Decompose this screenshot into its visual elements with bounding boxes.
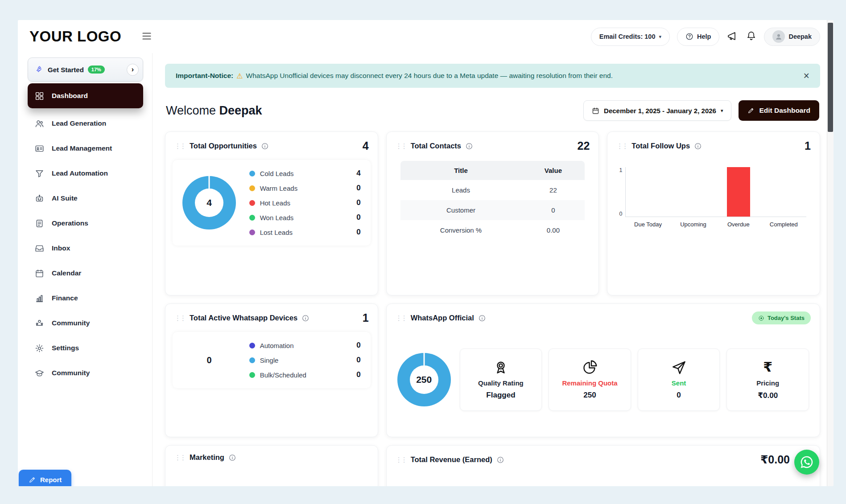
- info-icon[interactable]: [694, 143, 702, 150]
- legend-dot: [249, 185, 255, 191]
- sidebar-item-operations[interactable]: Operations: [28, 211, 143, 236]
- report-label: Report: [40, 476, 62, 484]
- menu-toggle-button[interactable]: [140, 30, 153, 43]
- pie-icon: [582, 359, 598, 375]
- sidebar-item-dashboard[interactable]: Dashboard: [28, 83, 143, 108]
- stat-value: 250: [583, 391, 596, 400]
- x-axis-labels: Due TodayUpcomingOverdueCompleted: [625, 217, 806, 228]
- notice-close-button[interactable]: ×: [804, 71, 809, 81]
- operations-icon: [35, 219, 44, 228]
- sidebar-item-label: Community: [52, 369, 90, 377]
- sidebar-item-label: Finance: [52, 294, 78, 302]
- medal-icon: [493, 359, 509, 375]
- report-button[interactable]: Report: [19, 470, 71, 486]
- table-row: Conversion %0.00: [400, 220, 585, 240]
- calendar-icon: [35, 269, 44, 278]
- legend-label: Won Leads: [260, 214, 294, 221]
- sidebar-item-lead-generation[interactable]: Lead Generation: [28, 111, 143, 136]
- date-range-picker[interactable]: December 1, 2025 - January 2, 2026 ▾: [583, 100, 731, 121]
- drag-handle-icon[interactable]: ⋮⋮: [396, 314, 406, 322]
- sidebar-item-community[interactable]: Community: [28, 311, 143, 336]
- sidebar-item-inbox[interactable]: Inbox: [28, 236, 143, 261]
- sidebar-item-community[interactable]: Community: [28, 361, 143, 385]
- email-credits-button[interactable]: Email Credits: 100 ▾: [591, 28, 670, 46]
- table-header-row: TitleValue: [400, 161, 585, 180]
- legend-value: 4: [356, 169, 360, 178]
- legend-value: 0: [356, 213, 360, 222]
- sidebar-get-started[interactable]: Get Started 17% ›: [28, 57, 143, 82]
- card-marketing: ⋮⋮ Marketing: [165, 445, 378, 486]
- main-content: Important-Notice: ⚠ WhatsApp Unofficial …: [153, 53, 834, 486]
- legend-label: Lost Leads: [260, 229, 293, 236]
- cap-icon: [35, 369, 44, 378]
- user-menu-button[interactable]: Deepak: [764, 28, 820, 46]
- chevron-down-icon: ▾: [659, 34, 661, 40]
- y-tick-label: 1: [619, 167, 622, 173]
- top-header: YOUR LOGO Email Credits: 100 ▾ Help Deep…: [18, 20, 834, 53]
- card-total-follow-ups: ⋮⋮ Total Follow Ups 1 10 Due TodayUpcomi…: [607, 131, 820, 295]
- announcements-button[interactable]: [726, 31, 738, 42]
- card-title: Marketing: [190, 453, 224, 462]
- bar: [727, 167, 750, 217]
- legend-label: Warm Leads: [260, 184, 297, 192]
- legend-item: Lost Leads0: [249, 228, 361, 237]
- stat-tile-remaining-quota: Remaining Quota250: [549, 348, 631, 411]
- info-icon[interactable]: [466, 143, 473, 150]
- stat-value: ₹0.00: [758, 391, 778, 400]
- sidebar-item-ai-suite[interactable]: AI Suite: [28, 186, 143, 211]
- drag-handle-icon[interactable]: ⋮⋮: [396, 142, 406, 150]
- legend-item: Automation0: [249, 341, 361, 350]
- card-title: WhatsApp Official: [411, 314, 474, 322]
- drag-handle-icon[interactable]: ⋮⋮: [396, 456, 406, 464]
- sidebar-item-finance[interactable]: Finance: [28, 286, 143, 311]
- scrollbar-thumb[interactable]: [828, 23, 833, 132]
- sidebar-item-settings[interactable]: Settings: [28, 336, 143, 361]
- card-title: Total Revenue (Earned): [411, 455, 492, 464]
- devices-donut-value: 0: [182, 355, 236, 365]
- info-icon[interactable]: [261, 143, 268, 150]
- welcome-prefix: Welcome: [166, 104, 216, 117]
- cards-grid: ⋮⋮ Total Opportunities 4 4 Cold Leads4Wa…: [165, 131, 820, 486]
- notice-banner: Important-Notice: ⚠ WhatsApp Unofficial …: [165, 64, 820, 88]
- email-credits-label: Email Credits: 100: [599, 33, 656, 40]
- funnel-icon: [35, 169, 44, 178]
- legend-dot: [249, 200, 255, 206]
- stat-label: Sent: [672, 379, 686, 387]
- card-whatsapp-official: ⋮⋮ WhatsApp Official Today's Stats 250: [386, 303, 820, 437]
- notifications-button[interactable]: [745, 31, 757, 42]
- drag-handle-icon[interactable]: ⋮⋮: [616, 142, 627, 150]
- community-icon: [35, 319, 44, 328]
- legend-label: Single: [260, 356, 279, 364]
- info-icon[interactable]: [302, 315, 309, 322]
- drag-handle-icon[interactable]: ⋮⋮: [174, 142, 185, 150]
- app-window: YOUR LOGO Email Credits: 100 ▾ Help Deep…: [18, 20, 834, 486]
- sidebar-item-lead-automation[interactable]: Lead Automation: [28, 161, 143, 186]
- users-icon: [35, 119, 44, 128]
- help-label: Help: [697, 33, 711, 40]
- sidebar-nav: DashboardLead GenerationLead ManagementL…: [28, 83, 143, 385]
- edit-dashboard-button[interactable]: Edit Dashboard: [739, 100, 819, 121]
- pencil-icon: [747, 107, 755, 114]
- get-started-expand-button[interactable]: ›: [127, 64, 139, 76]
- bar-column: [626, 167, 671, 217]
- sidebar-item-label: Inbox: [52, 244, 70, 252]
- info-icon[interactable]: [479, 315, 486, 322]
- ai-icon: [35, 194, 44, 203]
- info-icon[interactable]: [497, 456, 504, 463]
- help-button[interactable]: Help: [677, 28, 719, 46]
- card-total-value: 1: [805, 139, 811, 152]
- rocket-icon: [35, 66, 44, 74]
- legend-label: Cold Leads: [260, 170, 294, 177]
- sidebar-item-calendar[interactable]: Calendar: [28, 261, 143, 286]
- sidebar-item-lead-management[interactable]: Lead Management: [28, 136, 143, 161]
- follow-ups-bar-chart: 10: [607, 158, 820, 217]
- stat-tile-pricing: ₹Pricing₹0.00: [726, 348, 809, 411]
- todays-stats-badge: Today's Stats: [752, 311, 811, 324]
- info-icon[interactable]: [229, 454, 236, 461]
- stat-label: Pricing: [756, 379, 779, 387]
- card-title: Total Active Whatsapp Devices: [190, 314, 297, 322]
- card-title: Total Follow Ups: [631, 142, 690, 150]
- whatsapp-fab-button[interactable]: [794, 450, 819, 475]
- drag-handle-icon[interactable]: ⋮⋮: [174, 454, 185, 462]
- drag-handle-icon[interactable]: ⋮⋮: [174, 314, 185, 322]
